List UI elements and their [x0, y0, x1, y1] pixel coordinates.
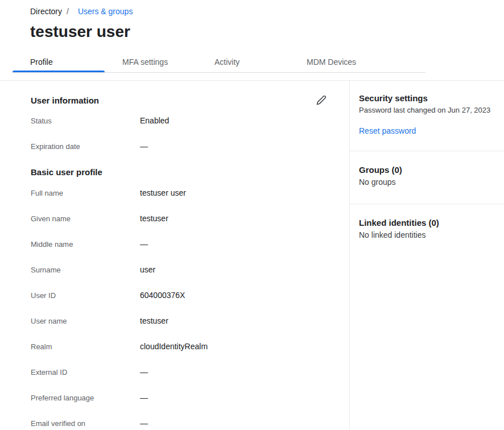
- tab-mfa-settings[interactable]: MFA settings: [105, 51, 197, 72]
- tab-activity[interactable]: Activity: [197, 51, 289, 72]
- page-header: Directory / Users & groups testuser user…: [0, 6, 504, 73]
- groups-heading: Groups (0): [359, 165, 495, 175]
- field-label-status: Status: [31, 116, 140, 126]
- breadcrumb: Directory / Users & groups: [30, 6, 504, 17]
- security-settings-section: Security settings Password last changed …: [350, 81, 504, 151]
- password-last-changed-text: Password last changed on Jun 27, 2023: [359, 106, 495, 115]
- field-row-external-id: External ID —: [31, 367, 327, 377]
- field-value-full-name: testuser user: [140, 188, 186, 198]
- field-label-user-id: User ID: [31, 291, 140, 300]
- field-value-email-verified-on: —: [140, 419, 148, 428]
- field-row-given-name: Given name testuser: [31, 214, 327, 224]
- pencil-icon: [316, 95, 327, 105]
- user-information-heading: User information: [31, 96, 99, 105]
- field-label-email-verified-on: Email verified on: [31, 419, 140, 428]
- field-value-surname: user: [140, 265, 155, 275]
- field-row-user-id: User ID 604000376X: [31, 291, 327, 300]
- field-value-realm: cloudIdentityRealm: [140, 342, 208, 352]
- field-row-status: Status Enabled: [31, 116, 327, 126]
- field-row-preferred-language: Preferred language —: [31, 393, 327, 403]
- field-label-given-name: Given name: [31, 214, 140, 224]
- breadcrumb-separator: /: [67, 7, 69, 16]
- tab-activity-label: Activity: [214, 57, 239, 67]
- field-label-external-id: External ID: [31, 367, 140, 377]
- linked-identities-section: Linked identities (0) No linked identiti…: [350, 204, 504, 257]
- field-label-full-name: Full name: [31, 188, 140, 198]
- field-row-surname: Surname user: [31, 265, 327, 275]
- groups-section: Groups (0) No groups: [350, 151, 504, 204]
- tab-mfa-settings-label: MFA settings: [122, 57, 168, 67]
- content-area: User information Status Enabled Expirati…: [0, 80, 504, 430]
- field-label-surname: Surname: [31, 265, 140, 275]
- groups-empty-text: No groups: [359, 177, 495, 187]
- field-value-user-name: testuser: [140, 316, 168, 326]
- breadcrumb-users-groups-link[interactable]: Users & groups: [78, 7, 133, 16]
- reset-password-link[interactable]: Reset password: [359, 126, 416, 135]
- field-row-full-name: Full name testuser user: [31, 188, 327, 198]
- field-row-middle-name: Middle name —: [31, 239, 327, 249]
- field-value-external-id: —: [140, 367, 148, 377]
- basic-user-profile-heading: Basic user profile: [31, 167, 327, 177]
- tab-profile-label: Profile: [30, 57, 53, 67]
- field-value-middle-name: —: [140, 239, 148, 249]
- field-value-preferred-language: —: [140, 393, 148, 403]
- breadcrumb-directory[interactable]: Directory: [30, 7, 62, 16]
- field-label-realm: Realm: [31, 342, 140, 352]
- field-row-expiration-date: Expiration date —: [31, 142, 327, 151]
- header-content-gap: [0, 73, 504, 80]
- field-row-email-verified-on: Email verified on —: [31, 419, 327, 428]
- tab-bar: Profile MFA settings Activity MDM Device…: [13, 51, 425, 73]
- field-value-expiration-date: —: [140, 142, 148, 151]
- page-title: testuser user: [30, 22, 504, 42]
- field-value-given-name: testuser: [140, 214, 168, 224]
- linked-identities-empty-text: No linked identities: [359, 230, 495, 239]
- linked-identities-heading: Linked identities (0): [359, 218, 495, 228]
- edit-user-button[interactable]: [312, 91, 331, 109]
- field-label-user-name: User name: [31, 316, 140, 326]
- user-information-header: User information: [31, 91, 327, 109]
- field-label-expiration-date: Expiration date: [31, 142, 140, 151]
- tab-mdm-devices[interactable]: MDM Devices: [289, 51, 381, 72]
- security-settings-heading: Security settings: [359, 93, 495, 104]
- field-value-user-id: 604000376X: [140, 291, 185, 300]
- tab-mdm-devices-label: MDM Devices: [307, 57, 356, 67]
- user-information-panel: User information Status Enabled Expirati…: [0, 81, 349, 430]
- field-label-preferred-language: Preferred language: [31, 393, 140, 403]
- side-panel: Security settings Password last changed …: [349, 81, 504, 430]
- field-row-user-name: User name testuser: [31, 316, 327, 326]
- tab-profile[interactable]: Profile: [13, 51, 105, 72]
- field-label-middle-name: Middle name: [31, 239, 140, 249]
- field-row-realm: Realm cloudIdentityRealm: [31, 342, 327, 352]
- field-value-status: Enabled: [140, 116, 169, 126]
